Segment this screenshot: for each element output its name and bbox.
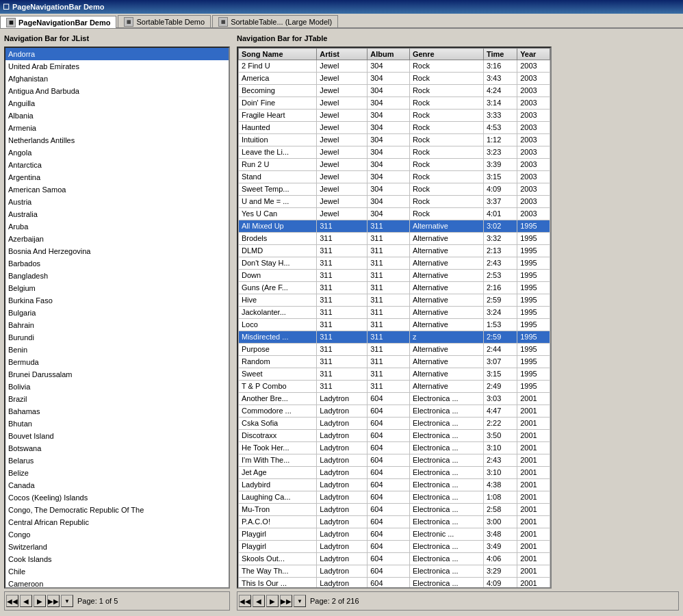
table-row[interactable]: Mu-TronLadytron604Electronica ...2:58200…	[239, 504, 550, 516]
table-header-time[interactable]: Time	[483, 49, 517, 60]
table-row[interactable]: Doin' FineJewel304Rock3:142003	[239, 97, 550, 110]
list-item[interactable]: Bermuda	[5, 356, 229, 368]
list-item[interactable]: Antarctica	[5, 159, 229, 171]
table-row[interactable]: Purpose311311Alternative2:441995	[239, 344, 550, 356]
table-row[interactable]: PlaygirlLadytron604Electronic ...3:48200…	[239, 528, 550, 541]
list-item[interactable]: Burundi	[5, 331, 229, 344]
list-item[interactable]: Azerbaijan	[5, 233, 229, 245]
table-row[interactable]: Leave the Li...Jewel304Rock3:232003	[239, 146, 550, 159]
right-page-size-dropdown-button[interactable]: ▼	[294, 595, 306, 607]
list-item[interactable]: United Arab Emirates	[5, 60, 229, 73]
list-item[interactable]: Aruba	[5, 220, 229, 233]
table-header-album[interactable]: Album	[368, 49, 410, 60]
list-item[interactable]: Chile	[5, 565, 229, 578]
table-row[interactable]: Run 2 UJewel304Rock3:392003	[239, 159, 550, 171]
list-item[interactable]: Congo, The Democratic Republic Of The	[5, 504, 229, 516]
page-size-dropdown-button[interactable]: ▼	[61, 595, 73, 607]
table-row[interactable]: T & P Combo311311Alternative2:491995	[239, 381, 550, 393]
table-row[interactable]: I'm With The...Ladytron604Electronica ..…	[239, 454, 550, 467]
list-item[interactable]: Barbados	[5, 257, 229, 270]
right-last-page-button[interactable]: ▶▶	[280, 595, 292, 607]
table-row[interactable]: Sweet Temp...Jewel304Rock4:092003	[239, 183, 550, 196]
list-item[interactable]: Australia	[5, 208, 229, 220]
list-item[interactable]: Angola	[5, 146, 229, 159]
list-item[interactable]: Albania	[5, 110, 229, 122]
table-row[interactable]: Loco311311Alternative1:531995	[239, 319, 550, 331]
list-item[interactable]: Andorra	[5, 48, 229, 60]
list-item[interactable]: Belgium	[5, 282, 229, 294]
table-row[interactable]: PlaygirlLadytron604Electronica ...3:4920…	[239, 541, 550, 553]
table-row[interactable]: IntuitionJewel304Rock1:122003	[239, 134, 550, 146]
first-page-button[interactable]: ◀◀	[6, 595, 18, 607]
list-item[interactable]: Argentina	[5, 171, 229, 183]
table-row[interactable]: Jet AgeLadytron604Electronica ...3:10200…	[239, 467, 550, 479]
table-row[interactable]: Random311311Alternative3:071995	[239, 356, 550, 368]
table-row[interactable]: Cska SofiaLadytron604Electronica ...2:22…	[239, 418, 550, 430]
table-row[interactable]: U and Me = ...Jewel304Rock3:372003	[239, 196, 550, 208]
list-item[interactable]: Congo	[5, 528, 229, 541]
table-row[interactable]: Skools Out...Ladytron604Electronica ...4…	[239, 553, 550, 565]
list-item[interactable]: Bahamas	[5, 405, 229, 418]
table-row[interactable]: Another Bre...Ladytron604Electronica ...…	[239, 393, 550, 405]
tab-0[interactable]: ▦PageNavigationBar Demo	[0, 16, 116, 28]
table-row[interactable]: 2 Find UJewel304Rock3:162003	[239, 60, 550, 73]
table-row[interactable]: This Is Our ...Ladytron604Electronica ..…	[239, 578, 550, 589]
table-row[interactable]: Don't Stay H...311311Alternative2:431995	[239, 257, 550, 270]
list-item[interactable]: Belarus	[5, 454, 229, 467]
list-item[interactable]: American Samoa	[5, 183, 229, 196]
table-row[interactable]: BecomingJewel304Rock4:242003	[239, 85, 550, 97]
list-item[interactable]: Bolivia	[5, 381, 229, 393]
list-item[interactable]: Switzerland	[5, 541, 229, 553]
table-row[interactable]: All Mixed Up311311Alternative3:021995	[239, 220, 550, 233]
list-item[interactable]: Burkina Faso	[5, 294, 229, 307]
right-first-page-button[interactable]: ◀◀	[239, 595, 251, 607]
table-row[interactable]: Sweet311311Alternative3:151995	[239, 368, 550, 381]
list-item[interactable]: Brazil	[5, 393, 229, 405]
list-item[interactable]: Botswana	[5, 442, 229, 454]
table-row[interactable]: DLMD311311Alternative2:131995	[239, 245, 550, 257]
table-row[interactable]: DiscotraxxLadytron604Electronica ...3:50…	[239, 430, 550, 442]
right-next-page-button[interactable]: ▶	[266, 595, 279, 607]
tab-1[interactable]: ▦SortableTable Demo	[118, 15, 211, 27]
list-item[interactable]: Antigua And Barbuda	[5, 85, 229, 97]
list-item[interactable]: Cocos (Keeling) Islands	[5, 491, 229, 504]
table-row[interactable]: The Way Th...Ladytron604Electronica ...3…	[239, 565, 550, 578]
table-row[interactable]: P.A.C.O!Ladytron604Electronica ...3:0020…	[239, 516, 550, 528]
table-row[interactable]: He Took Her...Ladytron604Electronica ...…	[239, 442, 550, 454]
list-item[interactable]: Bangladesh	[5, 270, 229, 282]
list-item[interactable]: Brunei Darussalam	[5, 368, 229, 381]
table-row[interactable]: AmericaJewel304Rock3:432003	[239, 73, 550, 85]
right-prev-page-button[interactable]: ◀	[253, 595, 265, 607]
table-row[interactable]: Brodels311311Alternative3:321995	[239, 233, 550, 245]
list-item[interactable]: Bulgaria	[5, 307, 229, 319]
table-header-song-name[interactable]: Song Name	[239, 49, 317, 60]
table-header-genre[interactable]: Genre	[409, 49, 483, 60]
list-item[interactable]: Anguilla	[5, 97, 229, 110]
table-header-year[interactable]: Year	[517, 49, 550, 60]
list-item[interactable]: Belize	[5, 467, 229, 479]
list-item[interactable]: Bouvet Island	[5, 430, 229, 442]
next-page-button[interactable]: ▶	[34, 595, 46, 607]
tab-2[interactable]: ▦SortableTable... (Large Model)	[212, 15, 338, 27]
table-row[interactable]: Guns (Are F...311311Alternative2:161995	[239, 282, 550, 294]
list-item[interactable]: Benin	[5, 344, 229, 356]
table-row[interactable]: HauntedJewel304Rock4:532003	[239, 122, 550, 134]
list-item[interactable]: Bosnia And Herzegovina	[5, 245, 229, 257]
list-item[interactable]: Cook Islands	[5, 553, 229, 565]
table-container[interactable]: Song NameArtistAlbumGenreTimeYear 2 Find…	[237, 47, 552, 589]
list-item[interactable]: Bahrain	[5, 319, 229, 331]
list-item[interactable]: Netherlands Antilles	[5, 134, 229, 146]
list-item[interactable]: Central African Republic	[5, 516, 229, 528]
table-row[interactable]: Hive311311Alternative2:591995	[239, 294, 550, 307]
list-item[interactable]: Armenia	[5, 122, 229, 134]
list-item[interactable]: Cameroon	[5, 578, 229, 589]
table-row[interactable]: LadybirdLadytron604Electronica ...4:3820…	[239, 479, 550, 491]
list-item[interactable]: Bhutan	[5, 418, 229, 430]
table-row[interactable]: Laughing Ca...Ladytron604Electronica ...…	[239, 491, 550, 504]
last-page-button[interactable]: ▶▶	[47, 595, 60, 607]
table-row[interactable]: Fragile HeartJewel304Rock3:332003	[239, 110, 550, 122]
list-container[interactable]: AndorraUnited Arab EmiratesAfghanistanAn…	[4, 47, 230, 589]
prev-page-button[interactable]: ◀	[20, 595, 32, 607]
table-row[interactable]: Jackolanter...311311Alternative3:241995	[239, 307, 550, 319]
table-row[interactable]: Misdirected ...311311z2:591995	[239, 331, 550, 344]
